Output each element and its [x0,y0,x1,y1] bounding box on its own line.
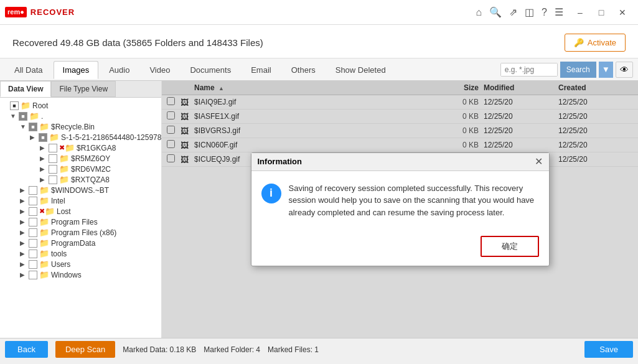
share-icon[interactable]: ⇗ [509,6,517,18]
tree-item-users[interactable]: ▶ 📁 Users [0,259,161,269]
maximize-button[interactable]: □ [591,3,612,22]
minimize-button[interactable]: – [570,3,591,22]
recycle-checkbox[interactable]: ■ [29,123,37,131]
win-checkbox[interactable] [29,271,37,279]
lost-folder-icon: 📁 [45,207,55,216]
tree-item-disk[interactable]: ▼ ■ 📁 . [0,111,161,121]
tree-item-root[interactable]: ■ 📁 Root [0,100,161,111]
dialog-close-button[interactable]: ✕ [535,157,543,167]
window-controls: – □ ✕ [570,3,633,22]
visibility-toggle-button[interactable]: 👁 [616,62,633,78]
tree-item-r5mz6oy[interactable]: ▶ 📁 $R5MZ6OY [0,153,161,164]
r1-label: $R1GKGA8 [77,144,116,152]
dialog-title: Information [258,157,303,166]
home-icon[interactable]: ⌂ [476,7,482,18]
pf-checkbox[interactable] [29,218,37,226]
rx-checkbox[interactable] [49,175,57,184]
rd-label: $RD6VM2C [71,165,111,174]
s1-folder-icon: 📁 [49,133,59,142]
rd-checkbox[interactable] [49,165,57,174]
tree-item-lost[interactable]: ▶ ✖ 📁 Lost [0,206,161,217]
r5-checkbox[interactable] [49,154,57,163]
users-folder-icon: 📁 [39,259,49,269]
lost-checkbox[interactable] [29,207,37,216]
back-button[interactable]: Back [5,341,48,358]
menu-icon[interactable]: ☰ [555,6,563,18]
win-label: Windows [51,271,82,279]
tab-all-data[interactable]: All Data [5,61,52,78]
tab-audio[interactable]: Audio [100,61,139,78]
tree-item-windows[interactable]: ▶ 📁 Windows [0,269,161,280]
pf-arrow: ▶ [20,218,29,225]
tree-item-programdata[interactable]: ▶ 📁 ProgramData [0,238,161,248]
key-icon: 🔑 [574,38,584,47]
tab-others[interactable]: Others [282,61,325,78]
pfx86-label: Program Files (x86) [51,228,116,237]
pd-checkbox[interactable] [29,239,37,248]
tools-arrow: ▶ [20,250,29,257]
search-button[interactable]: Search [560,62,596,78]
tab-show-deleted[interactable]: Show Deleted [326,61,395,78]
data-view-tab[interactable]: Data View [0,81,51,97]
s1-checkbox[interactable]: ■ [39,133,47,142]
tab-video[interactable]: Video [140,61,179,78]
app-logo: rem● RECOVER [5,7,476,17]
tree-item-recycle[interactable]: ▼ ■ 📁 $Recycle.Bin [0,121,161,132]
file-tree: ■ 📁 Root ▼ ■ 📁 . ▼ ■ 📁 $Recycle.Bin [0,98,161,282]
recovery-summary: Recovered 49.48 GB data (35865 Folders a… [12,37,263,48]
tree-item-tools[interactable]: ▶ 📁 tools [0,248,161,259]
rx-label: $RXTQZA8 [71,175,110,184]
wbt-checkbox[interactable] [29,186,37,195]
root-label: Root [32,101,48,110]
root-checkbox[interactable]: ■ [10,101,19,110]
lost-arrow: ▶ [20,208,29,215]
activate-button[interactable]: 🔑 Activate [565,34,626,52]
tab-email[interactable]: Email [242,61,281,78]
users-checkbox[interactable] [29,260,37,269]
information-dialog: Information ✕ i Saving of recovery sessi… [251,152,550,267]
tree-item-rxtqza8[interactable]: ▶ 📁 $RXTQZA8 [0,174,161,185]
tree-item-windows-bt[interactable]: ▶ 📁 $WINDOWS.~BT [0,185,161,195]
tree-item-rd6vm2c[interactable]: ▶ 📁 $RD6VM2C [0,164,161,174]
save-button[interactable]: Save [584,341,633,358]
search-input-wrap [500,63,558,77]
tree-item-r1gkga8[interactable]: ▶ ✖ 📁 $R1GKGA8 [0,142,161,153]
help-icon[interactable]: ? [542,7,547,18]
close-button[interactable]: ✕ [612,3,633,22]
r1-checkbox[interactable] [49,144,57,152]
logo-line1: rem● [7,8,24,16]
lost-label: Lost [57,207,71,216]
r1-arrow: ▶ [40,144,49,151]
search-dropdown-button[interactable]: ▼ [599,62,613,78]
file-type-view-tab[interactable]: File Type View [51,81,116,97]
search-icon[interactable]: 🔍 [489,6,502,18]
s1-label: S-1-5-21-2186544480-125978- [61,133,161,142]
disk-arrow: ▼ [10,113,19,119]
bookmark-icon[interactable]: ◫ [525,6,534,18]
tab-images[interactable]: Images [54,61,99,79]
pfx86-checkbox[interactable] [29,228,37,237]
deep-scan-button[interactable]: Deep Scan [55,341,115,358]
tree-item-intel[interactable]: ▶ 📁 Intel [0,195,161,206]
users-arrow: ▶ [20,261,29,268]
search-type-input[interactable] [501,63,557,76]
tools-checkbox[interactable] [29,250,37,258]
bottom-bar: Back Deep Scan Marked Data: 0.18 KB Mark… [0,338,638,360]
r1-folder-icon: 📁 [65,143,75,152]
intel-checkbox[interactable] [29,197,37,205]
marked-files-status: Marked Files: 1 [268,345,319,354]
tree-item-s1[interactable]: ▶ ■ 📁 S-1-5-21-2186544480-125978- [0,132,161,142]
rx-arrow: ▶ [40,176,49,183]
search-area: Search ▼ 👁 [500,62,633,78]
recycle-folder-icon: 📁 [39,122,49,131]
tools-label: tools [51,250,67,258]
tree-item-program-files[interactable]: ▶ 📁 Program Files [0,217,161,227]
wbt-folder-icon: 📁 [39,185,49,195]
marked-data-status: Marked Data: 0.18 KB [123,345,196,354]
disk-label: . [41,112,43,121]
dialog-ok-button[interactable]: 确定 [481,236,539,257]
tab-documents[interactable]: Documents [181,61,240,78]
tree-item-program-files-x86[interactable]: ▶ 📁 Program Files (x86) [0,227,161,238]
left-panel: Data View File Type View ■ 📁 Root ▼ ■ 📁 … [0,81,162,338]
disk-checkbox[interactable]: ■ [19,112,27,121]
